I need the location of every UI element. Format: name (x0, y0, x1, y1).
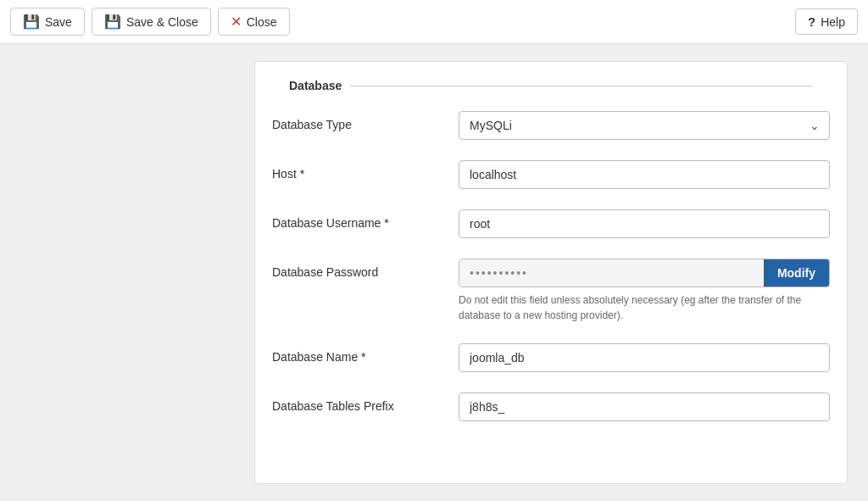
save-close-icon: 💾 (104, 14, 121, 30)
password-hint: Do not edit this field unless absolutely… (459, 292, 830, 323)
form-row-username: Database Username * (255, 199, 847, 248)
username-wrap (459, 209, 830, 238)
db-prefix-wrap (459, 392, 830, 421)
save-close-button[interactable]: 💾 Save & Close (92, 8, 211, 36)
password-input[interactable] (459, 259, 764, 287)
host-wrap (459, 160, 830, 189)
password-label: Database Password (272, 259, 442, 279)
main-content: Database Database Type MySQLi MySQL Post… (0, 44, 868, 501)
password-group: Modify (459, 259, 830, 287)
host-label: Host * (272, 160, 442, 181)
username-label: Database Username * (272, 209, 442, 230)
section-title: Database (289, 79, 350, 92)
close-icon: ✕ (231, 14, 242, 30)
save-label: Save (45, 15, 72, 29)
db-prefix-input[interactable] (459, 392, 830, 421)
save-icon: 💾 (23, 14, 40, 30)
form-row-host: Host * (255, 150, 847, 199)
help-icon: ? (808, 14, 815, 29)
close-label: Close (247, 15, 277, 29)
db-name-input[interactable] (459, 343, 830, 372)
help-button[interactable]: ? Help (795, 8, 858, 35)
section-header: Database (272, 79, 830, 92)
toolbar-right: ? Help (795, 8, 858, 35)
host-input[interactable] (459, 160, 830, 189)
toolbar-left: 💾 Save 💾 Save & Close ✕ Close (10, 8, 290, 36)
db-name-label: Database Name * (272, 343, 442, 364)
form-row-db-name: Database Name * (255, 333, 847, 382)
db-prefix-label: Database Tables Prefix (272, 392, 442, 413)
form-row-database-type: Database Type MySQLi MySQL PostgreSQL ⌄ (255, 101, 847, 150)
sidebar-spacer (17, 61, 254, 484)
database-type-label: Database Type (272, 111, 442, 131)
form-panel: Database Database Type MySQLi MySQL Post… (254, 61, 848, 484)
close-button[interactable]: ✕ Close (218, 8, 290, 36)
password-wrap: Modify Do not edit this field unless abs… (459, 259, 830, 323)
database-type-select[interactable]: MySQLi MySQL PostgreSQL (459, 111, 830, 140)
form-row-db-prefix: Database Tables Prefix (255, 382, 847, 431)
toolbar: 💾 Save 💾 Save & Close ✕ Close ? Help (0, 0, 868, 44)
db-name-wrap (459, 343, 830, 372)
save-button[interactable]: 💾 Save (10, 8, 85, 36)
form-row-password: Database Password Modify Do not edit thi… (255, 248, 847, 333)
username-input[interactable] (459, 209, 830, 238)
database-type-wrap: MySQLi MySQL PostgreSQL ⌄ (459, 111, 830, 140)
database-type-select-wrapper: MySQLi MySQL PostgreSQL ⌄ (459, 111, 830, 140)
modify-button[interactable]: Modify (764, 259, 829, 287)
help-label: Help (821, 15, 845, 29)
save-close-label: Save & Close (126, 15, 198, 29)
